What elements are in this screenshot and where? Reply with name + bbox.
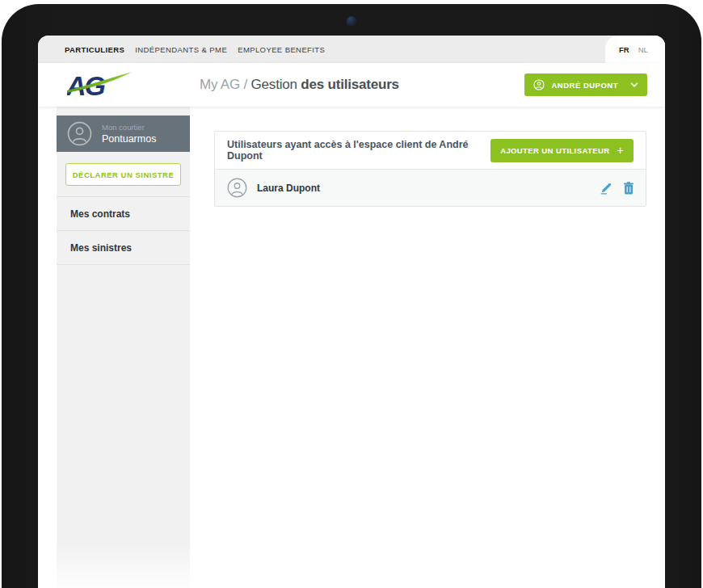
tablet-frame: PARTICULIERS INDÉPENDANTS & PME EMPLOYEE… [2,4,701,588]
user-menu-label: ANDRÉ DUPONT [551,81,618,90]
pencil-icon [600,181,613,195]
app-screen: PARTICULIERS INDÉPENDANTS & PME EMPLOYEE… [38,36,665,588]
sidebar-item-mes-contrats[interactable]: Mes contrats [57,197,190,231]
breadcrumb-current: des utilisateurs [301,77,399,92]
nav-item-independants-pme[interactable]: INDÉPENDANTS & PME [135,45,227,54]
user-avatar-icon [227,178,247,198]
edit-user-button[interactable] [600,181,613,195]
users-card-header: Utilisateurs ayant accès à l'espace clie… [215,132,646,169]
utility-nav-bar: PARTICULIERS INDÉPENDANTS & PME EMPLOYEE… [38,36,665,63]
user-name: Laura Dupont [257,183,600,194]
breadcrumb-section: Gestion [251,77,301,92]
row-actions [600,181,634,195]
trash-icon [624,182,634,195]
nav-item-particuliers[interactable]: PARTICULIERS [65,45,124,54]
broker-card[interactable]: Mon courtier Pontuarmos [57,116,190,152]
broker-label: Mon courtier [102,123,156,132]
user-list-row: Laura Dupont [215,169,646,206]
app-header: AG My AG / Gestion des utilisateurs ANDR… [38,63,665,107]
users-card-title: Utilisateurs ayant accès à l'espace clie… [227,139,490,162]
add-user-label: AJOUTER UN UTILISATEUR [500,146,609,155]
users-card: Utilisateurs ayant accès à l'espace clie… [214,131,646,207]
segment-nav: PARTICULIERS INDÉPENDANTS & PME EMPLOYEE… [65,45,325,54]
sidebar-item-mes-sinistres[interactable]: Mes sinistres [57,231,190,265]
language-switcher: FR NL [605,36,665,63]
page-title: My AG / Gestion des utilisateurs [200,77,399,93]
language-fr[interactable]: FR [619,45,629,54]
nav-item-employee-benefits[interactable]: EMPLOYEE BENEFITS [238,45,325,54]
broker-avatar-icon [67,121,92,146]
broker-name: Pontuarmos [102,133,156,145]
sidebar-menu: Mes contrats Mes sinistres [57,196,190,265]
language-nl[interactable]: NL [638,45,648,54]
user-circle-icon [533,79,545,90]
camera-dot-icon [347,16,357,27]
broker-info: Mon courtier Pontuarmos [102,123,156,145]
add-user-button[interactable]: AJOUTER UN UTILISATEUR + [490,139,634,162]
sidebar: Mon courtier Pontuarmos DÉCLARER UN SINI… [57,107,190,588]
delete-user-button[interactable] [624,182,634,195]
breadcrumb-prefix: My AG / [200,77,251,92]
user-menu-button[interactable]: ANDRÉ DUPONT [524,74,647,96]
plus-icon: + [617,145,624,156]
content-area: Mon courtier Pontuarmos DÉCLARER UN SINI… [38,107,665,588]
chevron-down-icon [630,82,638,87]
main-panel: Utilisateurs ayant accès à l'espace clie… [190,107,665,588]
ag-logo[interactable]: AG [67,70,132,99]
declare-claim-button[interactable]: DÉCLARER UN SINISTRE [65,163,181,186]
